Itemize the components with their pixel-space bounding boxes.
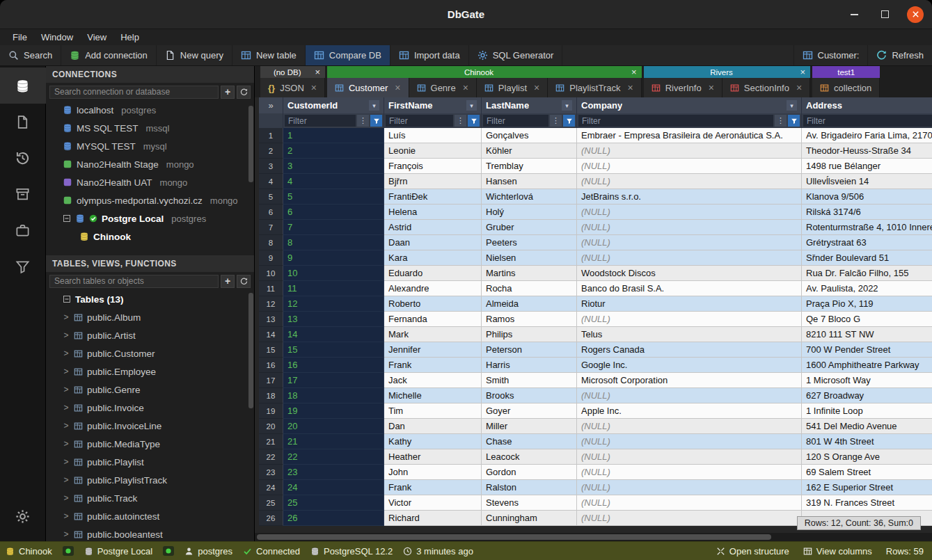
table-item-public-track[interactable]: >public.Track (46, 489, 254, 507)
connections-scrollbar[interactable] (248, 106, 253, 182)
grid-cell[interactable]: Apple Inc. (577, 403, 802, 419)
close-group-icon[interactable]: × (631, 67, 637, 77)
grid-cell[interactable]: Rogers Canada (577, 342, 802, 358)
grid-cell[interactable]: 16 (283, 358, 384, 373)
row-number[interactable]: 19 (259, 403, 283, 419)
close-tab-icon[interactable]: × (395, 83, 400, 93)
grid-cell[interactable]: 3 (283, 159, 384, 174)
grid-cell[interactable]: 23 (283, 465, 384, 480)
column-header-company[interactable]: Company▾ (577, 97, 802, 113)
filter-input-lastname[interactable]: Filter (483, 115, 548, 127)
grid-cell[interactable]: 162 E Superior Street (802, 480, 932, 495)
toolbar-new-query-button[interactable]: New query (157, 45, 232, 65)
menu-file[interactable]: File (6, 31, 34, 44)
grid-cell[interactable]: (NULL) (577, 495, 802, 511)
grid-cell[interactable]: (NULL) (577, 480, 802, 495)
tables-group[interactable]: Tables (13) (46, 290, 254, 308)
grid-cell[interactable]: (NULL) (577, 205, 802, 220)
row-number[interactable]: 7 (259, 220, 283, 235)
grid-cell[interactable]: Eduardo (384, 266, 482, 281)
table-item-public-genre[interactable]: >public.Genre (46, 381, 254, 399)
column-dropdown-icon[interactable]: ▾ (369, 100, 379, 111)
connection-item-chinook[interactable]: Chinook (46, 227, 254, 246)
tab-sectioninfo[interactable]: SectionInfo× (722, 78, 810, 97)
table-item-public-mediatype[interactable]: >public.MediaType (46, 435, 254, 453)
row-number[interactable]: 15 (259, 342, 283, 358)
minimize-button[interactable] (846, 6, 862, 23)
grid-cell[interactable]: Wichterlová (482, 189, 577, 205)
rail-query-designer[interactable] (0, 248, 46, 285)
grid-cell[interactable]: Rotenturmstraße 4, 1010 Innere Stadt (802, 220, 932, 235)
db-group-chinook[interactable]: Chinook× (327, 66, 642, 78)
expand-chevron-icon[interactable]: > (63, 457, 70, 467)
table-item-public-autoinctest[interactable]: >public.autoinctest (46, 507, 254, 525)
grid-cell[interactable]: (NULL) (577, 388, 802, 403)
grid-cell[interactable]: 2 (283, 143, 384, 159)
db-group-rivers[interactable]: Rivers× (644, 66, 810, 78)
row-number[interactable]: 11 (259, 281, 283, 296)
grid-cell[interactable]: FrantiĐek (384, 189, 482, 205)
add-object-mini-button[interactable]: + (221, 275, 235, 288)
grid-cell[interactable]: Rilská 3174/6 (802, 205, 932, 220)
rail-connections[interactable] (0, 67, 46, 104)
close-tab-icon[interactable]: × (463, 83, 468, 93)
expand-chevron-icon[interactable]: > (63, 312, 70, 322)
grid-cell[interactable]: Martins (482, 266, 577, 281)
grid-cell[interactable]: Victor (384, 495, 482, 511)
expand-chevron-icon[interactable]: > (63, 330, 70, 340)
rail-applications[interactable] (0, 212, 46, 248)
column-header-address[interactable]: Address (802, 97, 932, 113)
grid-cell[interactable]: 1 (283, 128, 384, 143)
expand-chevron-icon[interactable]: > (63, 493, 70, 503)
grid-cell[interactable]: Goyer (482, 403, 577, 419)
grid-cell[interactable]: Harris (482, 358, 577, 373)
db-group-test1[interactable]: test1 (812, 66, 880, 78)
grid-cell[interactable]: Mark (384, 327, 482, 342)
table-item-public-booleantest[interactable]: >public.booleantest (46, 525, 254, 541)
tab-collection[interactable]: collection (812, 78, 880, 97)
grid-cell[interactable]: (NULL) (577, 235, 802, 250)
row-number[interactable]: 26 (259, 511, 283, 526)
grid-cell[interactable]: 19 (283, 403, 384, 419)
grid-cell[interactable]: Stevens (482, 495, 577, 511)
grid-cell[interactable]: Brooks (482, 388, 577, 403)
tab-playlist[interactable]: Playlist× (477, 78, 548, 97)
table-item-public-invoiceline[interactable]: >public.InvoiceLine (46, 417, 254, 435)
grid-cell[interactable]: Gruber (482, 220, 577, 235)
row-number[interactable]: 13 (259, 312, 283, 327)
grid-cell[interactable]: 13 (283, 312, 384, 327)
grid-cell[interactable]: Rua Dr. Falcão Filho, 155 (802, 266, 932, 281)
grid-cell[interactable]: Tremblay (482, 159, 577, 174)
close-group-icon[interactable]: × (800, 67, 805, 77)
grid-cell[interactable]: Bjřrn (384, 174, 482, 189)
grid-cell[interactable]: Philips (482, 327, 577, 342)
grid-cell[interactable]: Miller (482, 419, 577, 434)
grid-cell[interactable]: 11 (283, 281, 384, 296)
grid-cell[interactable]: Tim (384, 403, 482, 419)
filter-menu-button[interactable]: ⋮ (775, 115, 787, 127)
grid-cell[interactable]: (NULL) (577, 159, 802, 174)
toolbar-customer-button[interactable]: Customer: (793, 45, 868, 65)
tab-json[interactable]: {}JSON× (260, 78, 325, 97)
grid-cell[interactable]: 12 (283, 296, 384, 312)
grid-cell[interactable]: Gordon (482, 465, 577, 480)
grid-cell[interactable]: 319 N. Frances Street (802, 495, 932, 511)
close-tab-icon[interactable]: × (311, 83, 317, 93)
tab-genre[interactable]: Genre× (409, 78, 477, 97)
grid-cell[interactable]: 24 (283, 480, 384, 495)
grid-cell[interactable]: Microsoft Corporation (577, 373, 802, 388)
grid-cell[interactable]: Ullevĺlsveien 14 (802, 174, 932, 189)
grid-cell[interactable]: Gonçalves (482, 128, 577, 143)
tab-customer[interactable]: Customer× (327, 78, 409, 97)
grid-cell[interactable]: 25 (283, 495, 384, 511)
menu-view[interactable]: View (80, 31, 113, 44)
grid-cell[interactable]: Kathy (384, 434, 482, 449)
expand-chevron-icon[interactable]: > (63, 367, 70, 376)
filter-input-firstname[interactable]: Filter (386, 115, 453, 127)
horizontal-scrollbar-thumb[interactable] (257, 534, 771, 540)
grid-cell[interactable]: (NULL) (577, 312, 802, 327)
grid-cell[interactable]: Frank (384, 480, 482, 495)
add-connection-mini-button[interactable]: + (221, 86, 235, 99)
grid-cell[interactable]: (NULL) (577, 174, 802, 189)
grid-cell[interactable]: Google Inc. (577, 358, 802, 373)
